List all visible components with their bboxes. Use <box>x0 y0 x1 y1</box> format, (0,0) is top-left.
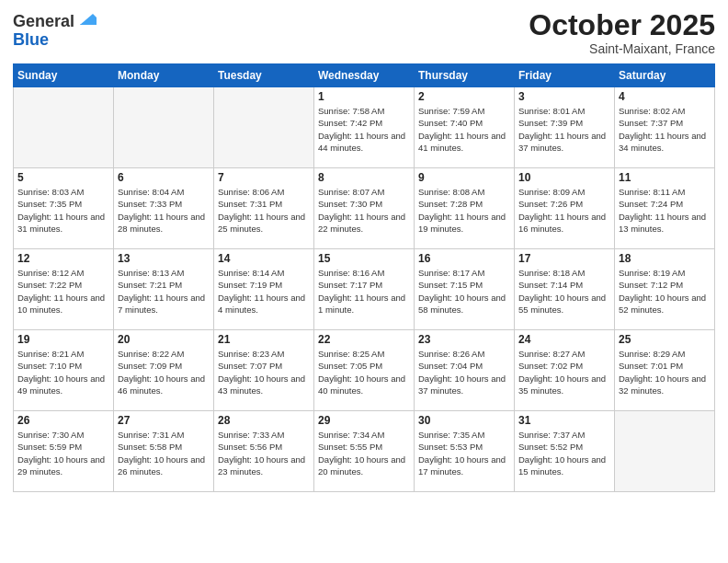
day-info: Sunrise: 8:12 AMSunset: 7:22 PMDaylight:… <box>17 267 109 316</box>
logo-icon <box>76 8 97 29</box>
day-info: Sunrise: 7:33 AMSunset: 5:56 PMDaylight:… <box>218 429 310 477</box>
day-info: Sunrise: 8:27 AMSunset: 7:02 PMDaylight:… <box>518 348 610 396</box>
table-row: 2Sunrise: 7:59 AMSunset: 7:40 PMDaylight… <box>415 87 515 168</box>
table-row: 24Sunrise: 8:27 AMSunset: 7:02 PMDayligh… <box>515 330 615 411</box>
table-row: 22Sunrise: 8:25 AMSunset: 7:05 PMDayligh… <box>314 330 415 411</box>
calendar-header-row: Sunday Monday Tuesday Wednesday Thursday… <box>14 64 715 87</box>
logo: General Blue <box>13 13 97 50</box>
page: General Blue October 2025 Saint-Maixant,… <box>0 0 728 563</box>
day-number: 17 <box>518 252 610 265</box>
calendar-week-3: 12Sunrise: 8:12 AMSunset: 7:22 PMDayligh… <box>14 249 715 330</box>
day-number: 24 <box>518 333 610 346</box>
day-number: 15 <box>318 252 410 265</box>
table-row <box>214 87 314 168</box>
col-tuesday: Tuesday <box>214 64 314 87</box>
day-info: Sunrise: 8:07 AMSunset: 7:30 PMDaylight:… <box>318 186 410 235</box>
day-info: Sunrise: 7:31 AMSunset: 5:58 PMDaylight:… <box>118 429 210 477</box>
calendar: Sunday Monday Tuesday Wednesday Thursday… <box>13 63 715 492</box>
day-info: Sunrise: 7:30 AMSunset: 5:59 PMDaylight:… <box>17 429 109 477</box>
day-info: Sunrise: 7:37 AMSunset: 5:52 PMDaylight:… <box>518 429 610 477</box>
table-row <box>114 87 214 168</box>
day-number: 30 <box>418 414 510 427</box>
day-info: Sunrise: 8:25 AMSunset: 7:05 PMDaylight:… <box>318 348 410 396</box>
day-number: 3 <box>518 90 610 103</box>
day-number: 25 <box>619 333 711 346</box>
day-info: Sunrise: 7:58 AMSunset: 7:42 PMDaylight:… <box>318 105 410 154</box>
day-info: Sunrise: 8:09 AMSunset: 7:26 PMDaylight:… <box>518 186 610 235</box>
table-row: 9Sunrise: 8:08 AMSunset: 7:28 PMDaylight… <box>415 168 515 249</box>
day-info: Sunrise: 8:22 AMSunset: 7:09 PMDaylight:… <box>118 348 210 396</box>
day-info: Sunrise: 8:18 AMSunset: 7:14 PMDaylight:… <box>518 267 610 316</box>
calendar-week-1: 1Sunrise: 7:58 AMSunset: 7:42 PMDaylight… <box>14 87 715 168</box>
day-info: Sunrise: 8:06 AMSunset: 7:31 PMDaylight:… <box>218 186 310 235</box>
day-info: Sunrise: 8:11 AMSunset: 7:24 PMDaylight:… <box>619 186 711 235</box>
table-row: 10Sunrise: 8:09 AMSunset: 7:26 PMDayligh… <box>515 168 615 249</box>
table-row: 1Sunrise: 7:58 AMSunset: 7:42 PMDaylight… <box>314 87 415 168</box>
table-row: 11Sunrise: 8:11 AMSunset: 7:24 PMDayligh… <box>615 168 715 249</box>
table-row: 5Sunrise: 8:03 AMSunset: 7:35 PMDaylight… <box>14 168 114 249</box>
col-wednesday: Wednesday <box>314 64 415 87</box>
table-row: 6Sunrise: 8:04 AMSunset: 7:33 PMDaylight… <box>114 168 214 249</box>
calendar-week-2: 5Sunrise: 8:03 AMSunset: 7:35 PMDaylight… <box>14 168 715 249</box>
day-number: 26 <box>17 414 109 427</box>
day-number: 2 <box>418 90 510 103</box>
month-title: October 2025 <box>529 9 715 41</box>
day-info: Sunrise: 8:13 AMSunset: 7:21 PMDaylight:… <box>118 267 210 316</box>
day-number: 5 <box>17 171 109 184</box>
day-number: 28 <box>218 414 310 427</box>
day-number: 23 <box>418 333 510 346</box>
table-row: 28Sunrise: 7:33 AMSunset: 5:56 PMDayligh… <box>214 411 314 492</box>
day-number: 4 <box>619 90 711 103</box>
day-number: 8 <box>318 171 410 184</box>
table-row: 7Sunrise: 8:06 AMSunset: 7:31 PMDaylight… <box>214 168 314 249</box>
table-row: 29Sunrise: 7:34 AMSunset: 5:55 PMDayligh… <box>314 411 415 492</box>
day-number: 11 <box>619 171 711 184</box>
day-number: 31 <box>518 414 610 427</box>
day-number: 29 <box>318 414 410 427</box>
col-monday: Monday <box>114 64 214 87</box>
day-number: 21 <box>218 333 310 346</box>
day-info: Sunrise: 8:17 AMSunset: 7:15 PMDaylight:… <box>418 267 510 316</box>
logo-blue-text: Blue <box>13 31 97 50</box>
table-row: 21Sunrise: 8:23 AMSunset: 7:07 PMDayligh… <box>214 330 314 411</box>
day-info: Sunrise: 8:03 AMSunset: 7:35 PMDaylight:… <box>17 186 109 235</box>
table-row: 12Sunrise: 8:12 AMSunset: 7:22 PMDayligh… <box>14 249 114 330</box>
day-number: 6 <box>118 171 210 184</box>
col-saturday: Saturday <box>615 64 715 87</box>
day-number: 19 <box>17 333 109 346</box>
day-number: 27 <box>118 414 210 427</box>
table-row: 25Sunrise: 8:29 AMSunset: 7:01 PMDayligh… <box>615 330 715 411</box>
day-info: Sunrise: 8:02 AMSunset: 7:37 PMDaylight:… <box>619 105 711 154</box>
table-row: 19Sunrise: 8:21 AMSunset: 7:10 PMDayligh… <box>14 330 114 411</box>
logo-general-text: General <box>13 13 74 31</box>
day-info: Sunrise: 8:29 AMSunset: 7:01 PMDaylight:… <box>619 348 711 396</box>
header: General Blue October 2025 Saint-Maixant,… <box>13 9 715 56</box>
table-row: 8Sunrise: 8:07 AMSunset: 7:30 PMDaylight… <box>314 168 415 249</box>
day-number: 12 <box>17 252 109 265</box>
title-block: October 2025 Saint-Maixant, France <box>529 9 715 56</box>
table-row: 3Sunrise: 8:01 AMSunset: 7:39 PMDaylight… <box>515 87 615 168</box>
table-row: 13Sunrise: 8:13 AMSunset: 7:21 PMDayligh… <box>114 249 214 330</box>
day-number: 20 <box>118 333 210 346</box>
svg-marker-1 <box>80 14 97 25</box>
table-row <box>14 87 114 168</box>
day-number: 9 <box>418 171 510 184</box>
day-info: Sunrise: 8:26 AMSunset: 7:04 PMDaylight:… <box>418 348 510 396</box>
day-info: Sunrise: 8:16 AMSunset: 7:17 PMDaylight:… <box>318 267 410 316</box>
calendar-week-4: 19Sunrise: 8:21 AMSunset: 7:10 PMDayligh… <box>14 330 715 411</box>
table-row: 4Sunrise: 8:02 AMSunset: 7:37 PMDaylight… <box>615 87 715 168</box>
day-number: 16 <box>418 252 510 265</box>
day-number: 14 <box>218 252 310 265</box>
table-row: 16Sunrise: 8:17 AMSunset: 7:15 PMDayligh… <box>415 249 515 330</box>
day-info: Sunrise: 7:35 AMSunset: 5:53 PMDaylight:… <box>418 429 510 477</box>
day-info: Sunrise: 8:23 AMSunset: 7:07 PMDaylight:… <box>218 348 310 396</box>
table-row: 17Sunrise: 8:18 AMSunset: 7:14 PMDayligh… <box>515 249 615 330</box>
col-sunday: Sunday <box>14 64 114 87</box>
day-number: 22 <box>318 333 410 346</box>
col-friday: Friday <box>515 64 615 87</box>
table-row: 23Sunrise: 8:26 AMSunset: 7:04 PMDayligh… <box>415 330 515 411</box>
day-number: 7 <box>218 171 310 184</box>
table-row: 26Sunrise: 7:30 AMSunset: 5:59 PMDayligh… <box>14 411 114 492</box>
day-number: 18 <box>619 252 711 265</box>
day-info: Sunrise: 8:21 AMSunset: 7:10 PMDaylight:… <box>17 348 109 396</box>
